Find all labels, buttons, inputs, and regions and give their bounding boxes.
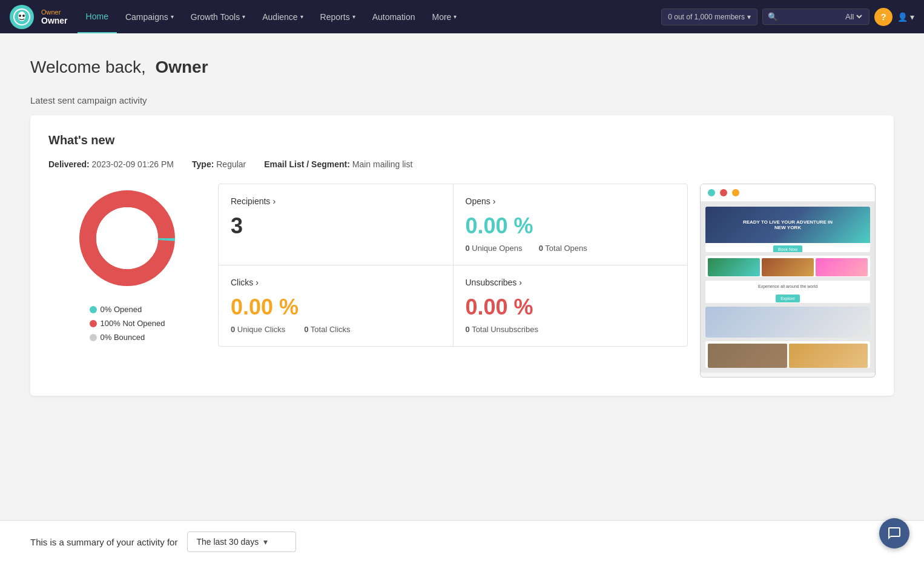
nav-growth-tools-label: Growth Tools <box>191 12 240 22</box>
legend-not-opened: 100% Not Opened <box>90 319 165 328</box>
recipients-arrow: › <box>272 196 276 206</box>
nav-campaigns-label: Campaigns <box>125 12 168 22</box>
stat-recipients: Recipients › 3 <box>219 184 453 265</box>
nav-more-chevron: ▾ <box>454 13 457 20</box>
search-input[interactable] <box>780 12 840 21</box>
stats-grid: Recipients › 3 Opens › 0.00 % 0 <box>218 184 688 347</box>
clicks-total: 0 Total Clicks <box>304 325 356 334</box>
preview-text: Experience all around the world <box>705 281 870 292</box>
members-badge[interactable]: 0 out of 1,000 members ▾ <box>661 8 757 25</box>
legend-not-opened-label: 100% Not Opened <box>101 319 165 328</box>
unsubscribes-label: Unsubscribes <box>466 278 517 287</box>
campaign-meta: Delivered: 2023-02-09 01:26 PM Type: Reg… <box>48 159 876 169</box>
preview-window: Ready to live your adventure inNew York … <box>700 184 876 378</box>
delivered-value: 2023-02-09 01:26 PM <box>92 159 174 169</box>
search-filter[interactable]: All <box>843 12 864 22</box>
welcome-name: Owner <box>155 58 208 76</box>
svg-point-2 <box>19 15 21 17</box>
legend-dot-bounced <box>90 334 97 341</box>
preview-grid-2 <box>762 258 814 276</box>
email-list-value: Main mailing list <box>352 159 413 169</box>
legend-dot-opened <box>90 306 97 313</box>
nav-more[interactable]: More ▾ <box>423 0 465 33</box>
type-label: Type: <box>192 159 214 169</box>
help-button[interactable]: ? <box>874 8 893 26</box>
nav-campaigns[interactable]: Campaigns ▾ <box>117 0 182 33</box>
nav-right: 0 out of 1,000 members ▾ 🔍 All ? 👤 ▾ <box>661 8 914 26</box>
clicks-link[interactable]: Clicks › <box>231 278 441 287</box>
preview-dot-2 <box>720 189 727 196</box>
brand[interactable]: Owner Owner <box>41 8 68 25</box>
preview-cta-btn-2: Explore <box>776 295 800 302</box>
preview-titlebar <box>701 184 875 202</box>
preview-grid-3 <box>816 258 868 276</box>
search-box[interactable]: 🔍 All <box>762 8 870 25</box>
members-chevron: ▾ <box>747 13 751 21</box>
unsubscribes-sub: 0 Total Unsubscribes <box>466 325 676 334</box>
footer-bar: This is a summary of your activity for T… <box>0 520 924 527</box>
clicks-sub: 0 Unique Clicks 0 Total Clicks <box>231 325 441 334</box>
opens-arrow: › <box>493 196 496 206</box>
preview-bottom-block <box>705 341 870 368</box>
nav-automation-label: Automation <box>372 12 415 22</box>
user-button[interactable]: 👤 ▾ <box>897 12 914 22</box>
brand-label: Owner <box>41 8 68 16</box>
unsubscribes-link[interactable]: Unsubscribes › <box>466 278 676 287</box>
nav-items: Home Campaigns ▾ Growth Tools ▾ Audience… <box>78 0 659 33</box>
nav-reports-label: Reports <box>320 12 350 22</box>
nav-home-label: Home <box>86 12 108 21</box>
clicks-pct: 0.00 % <box>231 295 441 320</box>
preview-dot-1 <box>708 189 715 196</box>
campaign-title: What's new <box>48 133 876 147</box>
recipients-label: Recipients <box>231 196 270 206</box>
opens-unique: 0 Unique Opens <box>466 244 531 253</box>
preview-large-block <box>705 307 870 338</box>
stat-unsubscribes: Unsubscribes › 0.00 % 0 Total Unsubscrib… <box>454 265 688 346</box>
type-value: Regular <box>216 159 246 169</box>
donut-legend: 0% Opened 100% Not Opened 0% Bounced <box>90 305 165 342</box>
user-chevron: ▾ <box>910 12 914 22</box>
user-icon: 👤 <box>897 12 908 22</box>
type-info: Type: Regular <box>192 159 246 169</box>
preview-bottom-grid <box>705 341 870 368</box>
preview-bottom-1 <box>708 344 787 368</box>
nav-audience-label: Audience <box>262 12 297 22</box>
nav-growth-tools-chevron: ▾ <box>242 13 245 20</box>
welcome-heading: Welcome back, Owner <box>30 58 894 77</box>
legend-bounced: 0% Bounced <box>90 333 165 342</box>
preview-grid-block <box>705 256 870 277</box>
nav-more-label: More <box>432 12 451 22</box>
nav-campaigns-chevron: ▾ <box>171 13 174 20</box>
unsubscribes-arrow: › <box>519 278 522 287</box>
navbar: Owner Owner Home Campaigns ▾ Growth Tool… <box>0 0 924 33</box>
svg-point-6 <box>96 207 158 269</box>
opens-sub: 0 Unique Opens 0 Total Opens <box>466 244 676 253</box>
donut-chart <box>73 184 182 293</box>
donut-section: 0% Opened 100% Not Opened 0% Bounced <box>48 184 206 342</box>
preview-large-img <box>705 307 870 338</box>
opens-pct: 0.00 % <box>466 213 676 239</box>
nav-reports-chevron: ▾ <box>352 13 355 20</box>
main-content: Welcome back, Owner Latest sent campaign… <box>0 33 924 527</box>
preview-hero-block: Ready to live your adventure inNew York … <box>705 207 870 252</box>
welcome-text: Welcome back, <box>30 58 146 76</box>
email-list-label: Email List / Segment: <box>264 159 350 169</box>
nav-audience[interactable]: Audience ▾ <box>254 0 311 33</box>
opens-link[interactable]: Opens › <box>466 196 676 206</box>
delivered-label: Delivered: <box>48 159 90 169</box>
section-label: Latest sent campaign activity <box>30 95 894 105</box>
legend-opened: 0% Opened <box>90 305 165 314</box>
nav-automation[interactable]: Automation <box>364 0 424 33</box>
chat-icon <box>887 526 902 527</box>
email-list-info: Email List / Segment: Main mailing list <box>264 159 412 169</box>
svg-point-3 <box>22 15 25 17</box>
nav-reports[interactable]: Reports ▾ <box>312 0 364 33</box>
preview-cta-btn: Book Now <box>773 245 802 252</box>
logo[interactable] <box>10 5 34 29</box>
recipients-link[interactable]: Recipients › <box>231 196 441 206</box>
nav-home[interactable]: Home <box>78 0 117 33</box>
preview-section: Ready to live your adventure inNew York … <box>700 184 876 378</box>
nav-growth-tools[interactable]: Growth Tools ▾ <box>182 0 254 33</box>
preview-hero-text: Ready to live your adventure inNew York <box>743 219 833 230</box>
preview-text-block: Experience all around the world Explore <box>705 281 870 303</box>
